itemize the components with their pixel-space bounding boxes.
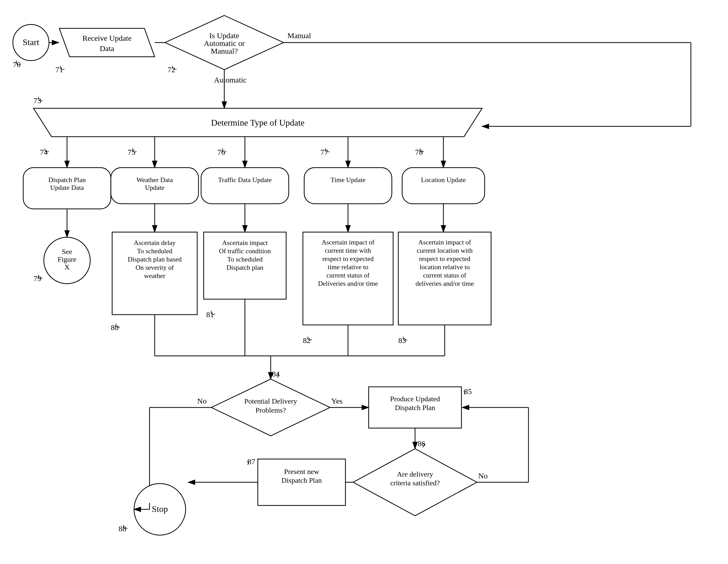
dispatch-plan-data-label2: Update Data xyxy=(50,184,84,191)
ascertain-time-l3: respect to expected xyxy=(322,255,374,262)
ref87: 87 xyxy=(247,457,255,466)
delivery-criteria-l1: Are delivery xyxy=(397,470,433,478)
no-label: No xyxy=(197,397,207,405)
ref84: 84 xyxy=(272,370,280,378)
time-update-shape xyxy=(304,168,392,204)
flowchart: Start 70 Receive Update Data 71 Is Updat… xyxy=(0,0,728,564)
produce-updated-l1: Produce Updated xyxy=(390,395,440,403)
potential-delivery-l2: Problems? xyxy=(255,406,286,414)
ascertain-weather-l2: To scheduled xyxy=(137,247,172,255)
see-figure-label1: See xyxy=(62,247,72,255)
present-new-l2: Dispatch Plan xyxy=(282,476,322,484)
ascertain-location-l5: current status of xyxy=(423,271,466,279)
ascertain-weather-l5: weather xyxy=(144,272,166,279)
traffic-data-shape xyxy=(201,168,289,204)
weather-data-label2: Update xyxy=(145,184,164,191)
automatic-label: Automatic xyxy=(214,76,247,84)
see-figure-label2: Figure xyxy=(57,255,76,263)
ascertain-time-l2: current time with xyxy=(325,247,371,254)
potential-delivery-l1: Potential Delivery xyxy=(244,397,297,405)
ascertain-traffic-l3: To scheduled xyxy=(227,255,263,263)
no2-label: No xyxy=(478,471,488,480)
traffic-data-label1: Traffic Data Update xyxy=(218,176,272,184)
receive-update-label2: Data xyxy=(100,44,114,53)
ref86: 86 xyxy=(418,439,425,448)
determine-type-label: Determine Type of Update xyxy=(211,118,304,127)
dispatch-plan-data-label1: Dispatch Plan xyxy=(48,176,86,184)
delivery-criteria-l2: criteria satisfied? xyxy=(390,479,440,487)
ascertain-weather-l3: Dispatch plan based xyxy=(128,255,181,263)
produce-updated-l2: Dispatch Plan xyxy=(395,404,435,412)
auto-manual-label2: Automatic or xyxy=(204,39,245,47)
stop-label: Stop xyxy=(152,504,168,514)
ascertain-time-l6: Deliveries and/or time xyxy=(318,280,378,287)
ascertain-location-l2: current location with xyxy=(417,247,473,254)
location-update-shape xyxy=(402,168,485,204)
location-update-label1: Location Update xyxy=(421,176,466,184)
auto-manual-label3: Manual? xyxy=(211,47,238,55)
ascertain-weather-l4: On severity of xyxy=(136,264,174,271)
ascertain-location-l3: respect to expected xyxy=(419,255,470,262)
ascertain-traffic-l1: Ascertain impact xyxy=(222,239,268,246)
time-update-label1: Time Update xyxy=(330,176,366,184)
see-figure-label3: X xyxy=(64,263,70,271)
ref85: 85 xyxy=(464,387,472,396)
ascertain-time-l5: current status of xyxy=(326,271,370,279)
manual-label: Manual xyxy=(287,31,311,40)
yes-label: Yes xyxy=(331,397,343,405)
receive-update-label1: Receive Update xyxy=(82,34,132,42)
ascertain-weather-l1: Ascertain delay xyxy=(134,239,176,246)
ascertain-location-l6: deliveries and/or time xyxy=(416,280,474,287)
ascertain-time-l4: time relative to xyxy=(328,263,368,271)
ascertain-traffic-l2: Of traffic condition xyxy=(219,247,271,255)
ascertain-traffic-l4: Dispatch plan xyxy=(226,264,263,271)
weather-data-label1: Weather Data xyxy=(136,176,173,184)
present-new-l1: Present new xyxy=(284,468,319,476)
ascertain-time-l1: Ascertain impact of xyxy=(321,238,374,246)
auto-manual-label1: Is Update xyxy=(209,31,239,40)
start-label: Start xyxy=(23,37,39,47)
ascertain-location-l1: Ascertain impact of xyxy=(418,238,471,246)
ascertain-location-l4: location relative to xyxy=(420,263,470,271)
